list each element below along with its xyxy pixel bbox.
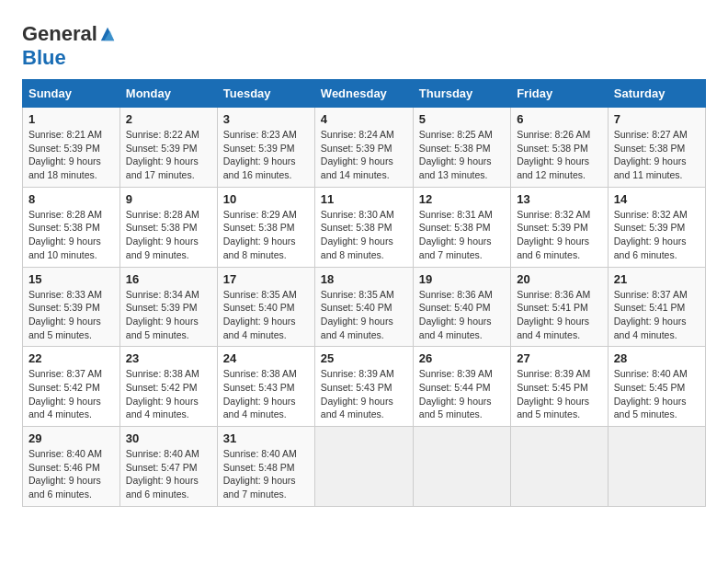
day-details: Sunrise: 8:37 AMSunset: 5:41 PMDaylight:…: [614, 289, 688, 340]
calendar-cell: 5 Sunrise: 8:25 AMSunset: 5:38 PMDayligh…: [413, 108, 510, 188]
calendar-cell: 6 Sunrise: 8:26 AMSunset: 5:38 PMDayligh…: [511, 108, 609, 188]
day-number: 7: [614, 112, 700, 126]
calendar-cell: [314, 427, 413, 507]
calendar-cell: 27 Sunrise: 8:39 AMSunset: 5:45 PMDaylig…: [511, 347, 609, 427]
day-details: Sunrise: 8:28 AMSunset: 5:38 PMDaylight:…: [28, 209, 102, 260]
logo-blue-text: Blue: [22, 46, 66, 70]
calendar-cell: 17 Sunrise: 8:35 AMSunset: 5:40 PMDaylig…: [217, 267, 314, 347]
day-number: 9: [126, 192, 211, 206]
day-number: 21: [614, 272, 700, 286]
column-header-saturday: Saturday: [608, 80, 705, 108]
day-details: Sunrise: 8:23 AMSunset: 5:39 PMDaylight:…: [223, 129, 297, 180]
day-details: Sunrise: 8:38 AMSunset: 5:43 PMDaylight:…: [223, 368, 297, 419]
column-header-sunday: Sunday: [23, 80, 120, 108]
day-number: 13: [517, 192, 602, 206]
calendar-cell: 3 Sunrise: 8:23 AMSunset: 5:39 PMDayligh…: [217, 108, 314, 188]
day-details: Sunrise: 8:40 AMSunset: 5:45 PMDaylight:…: [614, 368, 688, 419]
day-details: Sunrise: 8:29 AMSunset: 5:38 PMDaylight:…: [223, 209, 297, 260]
calendar-week-1: 1 Sunrise: 8:21 AMSunset: 5:39 PMDayligh…: [23, 108, 706, 188]
day-details: Sunrise: 8:30 AMSunset: 5:38 PMDaylight:…: [321, 209, 394, 260]
calendar-cell: 16 Sunrise: 8:34 AMSunset: 5:39 PMDaylig…: [119, 267, 217, 347]
day-number: 23: [126, 351, 211, 365]
calendar-cell: 24 Sunrise: 8:38 AMSunset: 5:43 PMDaylig…: [217, 347, 314, 427]
day-details: Sunrise: 8:39 AMSunset: 5:45 PMDaylight:…: [517, 368, 590, 419]
calendar-cell: 4 Sunrise: 8:24 AMSunset: 5:39 PMDayligh…: [314, 108, 413, 188]
calendar-cell: 28 Sunrise: 8:40 AMSunset: 5:45 PMDaylig…: [608, 347, 705, 427]
calendar-cell: [608, 427, 705, 507]
day-details: Sunrise: 8:39 AMSunset: 5:44 PMDaylight:…: [419, 368, 493, 419]
logo-icon: [99, 26, 116, 42]
day-number: 25: [321, 351, 407, 365]
day-number: 30: [126, 431, 211, 445]
day-details: Sunrise: 8:24 AMSunset: 5:39 PMDaylight:…: [321, 129, 394, 180]
calendar-cell: 1 Sunrise: 8:21 AMSunset: 5:39 PMDayligh…: [23, 108, 120, 188]
day-details: Sunrise: 8:32 AMSunset: 5:39 PMDaylight:…: [517, 209, 590, 260]
day-number: 6: [517, 112, 602, 126]
calendar-cell: 12 Sunrise: 8:31 AMSunset: 5:38 PMDaylig…: [413, 187, 510, 267]
calendar-cell: 26 Sunrise: 8:39 AMSunset: 5:44 PMDaylig…: [413, 347, 510, 427]
day-details: Sunrise: 8:33 AMSunset: 5:39 PMDaylight:…: [28, 289, 102, 340]
day-details: Sunrise: 8:40 AMSunset: 5:47 PMDaylight:…: [126, 448, 199, 500]
day-details: Sunrise: 8:40 AMSunset: 5:48 PMDaylight:…: [223, 448, 297, 500]
calendar-cell: 25 Sunrise: 8:39 AMSunset: 5:43 PMDaylig…: [314, 347, 413, 427]
day-details: Sunrise: 8:36 AMSunset: 5:40 PMDaylight:…: [419, 289, 493, 340]
day-details: Sunrise: 8:35 AMSunset: 5:40 PMDaylight:…: [321, 289, 394, 340]
day-number: 8: [28, 192, 114, 206]
calendar-cell: 30 Sunrise: 8:40 AMSunset: 5:47 PMDaylig…: [119, 427, 217, 507]
logo-general-text: General: [22, 22, 97, 46]
calendar-cell: 14 Sunrise: 8:32 AMSunset: 5:39 PMDaylig…: [608, 187, 705, 267]
calendar-cell: 10 Sunrise: 8:29 AMSunset: 5:38 PMDaylig…: [217, 187, 314, 267]
day-details: Sunrise: 8:22 AMSunset: 5:39 PMDaylight:…: [126, 129, 199, 180]
day-number: 31: [223, 431, 309, 445]
day-details: Sunrise: 8:28 AMSunset: 5:38 PMDaylight:…: [126, 209, 199, 260]
calendar-week-2: 8 Sunrise: 8:28 AMSunset: 5:38 PMDayligh…: [23, 187, 706, 267]
day-details: Sunrise: 8:40 AMSunset: 5:46 PMDaylight:…: [28, 448, 102, 500]
calendar-cell: 19 Sunrise: 8:36 AMSunset: 5:40 PMDaylig…: [413, 267, 510, 347]
day-number: 12: [419, 192, 505, 206]
calendar-header-row: SundayMondayTuesdayWednesdayThursdayFrid…: [23, 80, 706, 108]
day-details: Sunrise: 8:32 AMSunset: 5:39 PMDaylight:…: [614, 209, 688, 260]
day-details: Sunrise: 8:38 AMSunset: 5:42 PMDaylight:…: [126, 368, 199, 419]
day-number: 28: [614, 351, 700, 365]
day-number: 16: [126, 272, 211, 286]
day-number: 11: [321, 192, 407, 206]
day-number: 26: [419, 351, 505, 365]
day-details: Sunrise: 8:25 AMSunset: 5:38 PMDaylight:…: [419, 129, 493, 180]
day-details: Sunrise: 8:39 AMSunset: 5:43 PMDaylight:…: [321, 368, 394, 419]
day-number: 24: [223, 351, 309, 365]
day-details: Sunrise: 8:21 AMSunset: 5:39 PMDaylight:…: [28, 129, 102, 180]
day-number: 17: [223, 272, 309, 286]
calendar-cell: 29 Sunrise: 8:40 AMSunset: 5:46 PMDaylig…: [23, 427, 120, 507]
calendar-cell: 11 Sunrise: 8:30 AMSunset: 5:38 PMDaylig…: [314, 187, 413, 267]
day-number: 1: [28, 112, 114, 126]
calendar-week-4: 22 Sunrise: 8:37 AMSunset: 5:42 PMDaylig…: [23, 347, 706, 427]
column-header-wednesday: Wednesday: [314, 80, 413, 108]
column-header-thursday: Thursday: [413, 80, 510, 108]
day-details: Sunrise: 8:35 AMSunset: 5:40 PMDaylight:…: [223, 289, 297, 340]
day-number: 14: [614, 192, 700, 206]
day-number: 18: [321, 272, 407, 286]
calendar-cell: 9 Sunrise: 8:28 AMSunset: 5:38 PMDayligh…: [119, 187, 217, 267]
calendar-cell: 15 Sunrise: 8:33 AMSunset: 5:39 PMDaylig…: [23, 267, 120, 347]
calendar-cell: 22 Sunrise: 8:37 AMSunset: 5:42 PMDaylig…: [23, 347, 120, 427]
calendar-cell: 13 Sunrise: 8:32 AMSunset: 5:39 PMDaylig…: [511, 187, 609, 267]
column-header-tuesday: Tuesday: [217, 80, 314, 108]
calendar-cell: 2 Sunrise: 8:22 AMSunset: 5:39 PMDayligh…: [119, 108, 217, 188]
day-number: 3: [223, 112, 309, 126]
day-details: Sunrise: 8:31 AMSunset: 5:38 PMDaylight:…: [419, 209, 493, 260]
calendar-week-5: 29 Sunrise: 8:40 AMSunset: 5:46 PMDaylig…: [23, 427, 706, 507]
column-header-friday: Friday: [511, 80, 609, 108]
calendar-table: SundayMondayTuesdayWednesdayThursdayFrid…: [22, 79, 706, 507]
header: General Blue: [22, 18, 706, 70]
calendar-cell: 7 Sunrise: 8:27 AMSunset: 5:38 PMDayligh…: [608, 108, 705, 188]
day-number: 4: [321, 112, 407, 126]
day-details: Sunrise: 8:37 AMSunset: 5:42 PMDaylight:…: [28, 368, 102, 419]
calendar-cell: 20 Sunrise: 8:36 AMSunset: 5:41 PMDaylig…: [511, 267, 609, 347]
calendar-cell: 23 Sunrise: 8:38 AMSunset: 5:42 PMDaylig…: [119, 347, 217, 427]
logo: General Blue: [22, 22, 116, 70]
calendar-week-3: 15 Sunrise: 8:33 AMSunset: 5:39 PMDaylig…: [23, 267, 706, 347]
day-details: Sunrise: 8:27 AMSunset: 5:38 PMDaylight:…: [614, 129, 688, 180]
day-details: Sunrise: 8:34 AMSunset: 5:39 PMDaylight:…: [126, 289, 199, 340]
calendar-cell: [413, 427, 510, 507]
day-number: 15: [28, 272, 114, 286]
